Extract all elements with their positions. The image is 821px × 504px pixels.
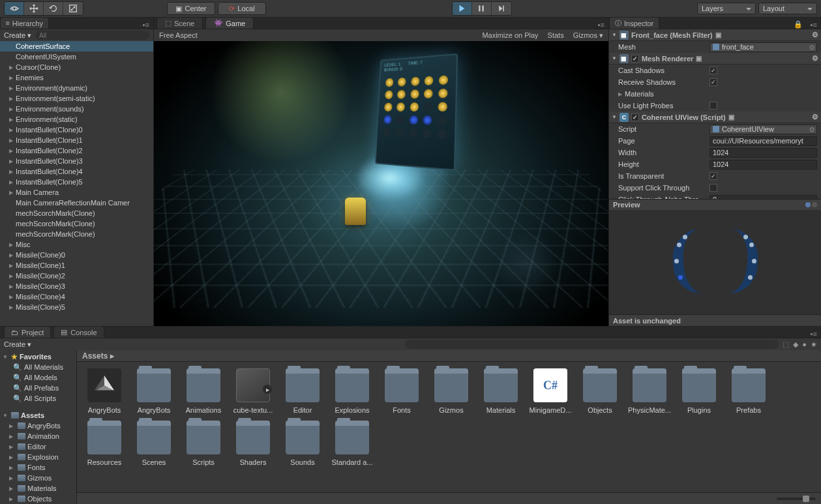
- hierarchy-item[interactable]: mechScorchMark(Clone): [0, 229, 153, 239]
- tree-folder-item[interactable]: ▶Materials: [0, 483, 76, 494]
- favorite-item[interactable]: 🔍All Materials: [0, 362, 76, 372]
- chevron-down-icon[interactable]: ▼: [612, 32, 617, 38]
- maximize-toggle[interactable]: Maximize on Play: [482, 31, 538, 39]
- play-button[interactable]: [453, 2, 472, 15]
- lock-icon[interactable]: 🔒: [790, 20, 807, 29]
- chevron-right-icon[interactable]: ▶: [618, 91, 625, 97]
- step-button[interactable]: [492, 2, 511, 15]
- game-view[interactable]: LEVEL: 1 TIME: 7 BONUS: 0: [154, 41, 608, 326]
- tree-folder-item[interactable]: ▶Editor: [0, 441, 76, 452]
- coherent-script-field[interactable]: CoherentUIView: [709, 125, 817, 134]
- component-mesh-renderer[interactable]: ▼ ▦ ✓ Mesh Renderer ▣ ⚙: [609, 53, 821, 65]
- thumbnail-size-slider[interactable]: [777, 497, 816, 500]
- tree-folder-item[interactable]: ▶Objects: [0, 494, 76, 504]
- receive-shadows-checkbox[interactable]: ✓: [709, 78, 717, 86]
- hierarchy-item[interactable]: ▶Misc: [0, 239, 153, 250]
- asset-item[interactable]: Scenes: [132, 421, 176, 466]
- search-filter-icon[interactable]: ⬚: [783, 340, 789, 349]
- hierarchy-item[interactable]: ▶Environment(sounds): [0, 104, 153, 114]
- scale-tool[interactable]: [63, 2, 83, 15]
- tree-folder-item[interactable]: ▶Animation: [0, 431, 76, 441]
- stats-toggle[interactable]: Stats: [548, 31, 564, 39]
- gizmos-dropdown[interactable]: Gizmos ▾: [573, 31, 603, 40]
- mesh-renderer-enable[interactable]: ✓: [631, 55, 639, 63]
- panel-menu-icon[interactable]: ▪≡: [807, 21, 821, 29]
- gear-icon[interactable]: ⚙: [812, 31, 818, 39]
- hierarchy-create-button[interactable]: Create ▾: [4, 31, 31, 40]
- gear-icon[interactable]: ⚙: [812, 54, 818, 63]
- favorite-item[interactable]: 🔍All Models: [0, 372, 76, 383]
- panel-menu-icon[interactable]: ▪≡: [807, 330, 821, 338]
- asset-item[interactable]: Shaders: [231, 421, 275, 466]
- move-tool[interactable]: [24, 2, 44, 15]
- inspector-tab[interactable]: ⓘInspector: [609, 18, 659, 29]
- tree-folder-item[interactable]: ▶AngryBots: [0, 421, 76, 431]
- hierarchy-item[interactable]: ▶InstantBullet(Clone)1: [0, 135, 153, 145]
- favorite-item[interactable]: 🔍All Prefabs: [0, 383, 76, 393]
- aspect-dropdown[interactable]: Free Aspect: [159, 31, 198, 39]
- hierarchy-item[interactable]: mechScorchMark(Clone): [0, 218, 153, 229]
- asset-item[interactable]: PhysicMate...: [627, 368, 672, 414]
- search-save-icon[interactable]: ★: [811, 340, 817, 349]
- hierarchy-item[interactable]: ▶InstantBullet(Clone)0: [0, 125, 153, 135]
- hierarchy-item[interactable]: ▶Missile(Clone)4: [0, 291, 153, 302]
- asset-item[interactable]: AngryBots: [132, 368, 176, 414]
- asset-item[interactable]: cube-textu...: [231, 368, 275, 414]
- asset-item[interactable]: AngryBots: [82, 368, 127, 414]
- tree-folder-item[interactable]: ▶Explosion: [0, 452, 76, 462]
- coherent-width-field[interactable]: 1024: [709, 148, 817, 158]
- hierarchy-item[interactable]: Main CameraReflectionMain Camer: [0, 198, 153, 208]
- hierarchy-item[interactable]: ▶InstantBullet(Clone)3: [0, 156, 153, 166]
- light-probes-checkbox[interactable]: [709, 102, 717, 110]
- hierarchy-item[interactable]: ▶Enemies: [0, 72, 153, 83]
- hierarchy-search-input[interactable]: [35, 31, 149, 40]
- hand-tool[interactable]: [5, 2, 24, 15]
- search-type-icon[interactable]: ◆: [793, 340, 798, 349]
- hierarchy-item[interactable]: ▶Environment(semi-static): [0, 93, 153, 104]
- is-transparent-checkbox[interactable]: ✓: [709, 172, 717, 180]
- panel-menu-icon[interactable]: ▪≡: [594, 21, 608, 29]
- asset-item[interactable]: Objects: [578, 368, 622, 414]
- pivot-center-button[interactable]: ▣Center: [167, 2, 215, 15]
- hierarchy-item[interactable]: ▶InstantBullet(Clone)4: [0, 166, 153, 177]
- favorite-item[interactable]: 🔍All Scripts: [0, 393, 76, 404]
- rotate-tool[interactable]: [44, 2, 63, 15]
- component-coherent-uiview[interactable]: ▼ C ✓ Coherent UIView (Script) ▣ ⚙: [609, 111, 821, 123]
- asset-item[interactable]: Explosions: [330, 368, 374, 414]
- search-label-icon[interactable]: ●: [802, 340, 807, 348]
- project-create-button[interactable]: Create ▾: [4, 340, 31, 349]
- hierarchy-item[interactable]: CoherentUISystem: [0, 52, 153, 62]
- hierarchy-item[interactable]: ▶Missile(Clone)5: [0, 302, 153, 312]
- hierarchy-item[interactable]: ▶InstantBullet(Clone)5: [0, 177, 153, 187]
- chevron-down-icon[interactable]: ▼: [612, 55, 617, 61]
- layout-dropdown[interactable]: Layout: [758, 3, 817, 14]
- tree-folder-item[interactable]: ▶Fonts: [0, 462, 76, 473]
- project-asset-grid[interactable]: AngryBotsAngryBotsAnimationscube-textu..…: [77, 362, 821, 492]
- chevron-down-icon[interactable]: ▼: [612, 114, 617, 120]
- tab-scene[interactable]: ⬚Scene: [157, 17, 203, 29]
- hierarchy-item[interactable]: ▶Environment(dynamic): [0, 83, 153, 93]
- asset-item[interactable]: Fonts: [380, 368, 424, 414]
- mesh-filter-mesh-field[interactable]: front_face: [709, 42, 817, 52]
- pause-button[interactable]: [472, 2, 492, 15]
- component-mesh-filter[interactable]: ▼ ▦ Front_face (Mesh Filter) ▣ ⚙: [609, 29, 821, 41]
- project-breadcrumb[interactable]: Assets ▸: [77, 350, 821, 362]
- project-search-input[interactable]: [405, 340, 779, 349]
- tab-project[interactable]: 🗀Project: [4, 326, 51, 338]
- layers-dropdown[interactable]: Layers: [697, 3, 756, 14]
- asset-item[interactable]: Animations: [181, 368, 226, 414]
- favorites-header[interactable]: ▼★Favorites: [0, 351, 76, 362]
- project-tree[interactable]: ▼★Favorites 🔍All Materials🔍All Models🔍Al…: [0, 350, 77, 504]
- hierarchy-item[interactable]: ▶Main Camera: [0, 187, 153, 198]
- pivot-local-button[interactable]: ⟳Local: [218, 2, 266, 15]
- hierarchy-item[interactable]: ▶InstantBullet(Clone)2: [0, 145, 153, 156]
- hierarchy-item[interactable]: ▶Missile(Clone)3: [0, 281, 153, 291]
- hierarchy-list[interactable]: CoherentSurfaceCoherentUISystem▶Cursor(C…: [0, 41, 153, 326]
- hierarchy-item[interactable]: mechScorchMark(Clone): [0, 208, 153, 218]
- hierarchy-item[interactable]: ▶Environment(static): [0, 114, 153, 125]
- hierarchy-tab[interactable]: ≡Hierarchy: [0, 17, 49, 29]
- asset-item[interactable]: Gizmos: [429, 368, 473, 414]
- asset-item[interactable]: Resources: [82, 421, 127, 466]
- asset-item[interactable]: C#MinigameD...: [528, 368, 573, 414]
- click-through-checkbox[interactable]: [709, 184, 717, 192]
